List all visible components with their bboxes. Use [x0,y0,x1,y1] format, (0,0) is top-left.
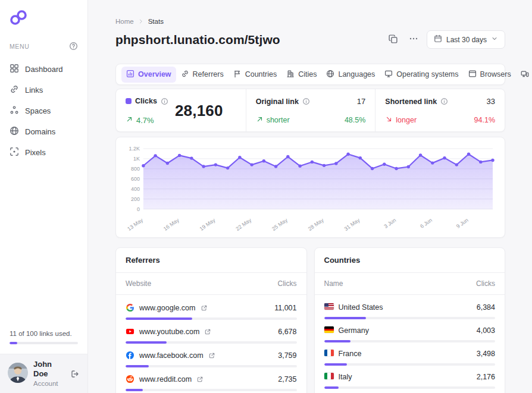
info-icon[interactable] [161,98,168,105]
chain-logo-icon [8,8,29,28]
breadcrumb: Home Stats [115,18,505,25]
svg-text:22 May: 22 May [234,217,252,232]
more-options-button[interactable] [406,32,421,48]
breadcrumb-home[interactable]: Home [115,18,134,25]
table-row: www.google.com11,001 [126,296,297,320]
svg-text:1.2K: 1.2K [129,146,139,152]
spaces-icon [10,105,19,117]
table-row: www.reddit.com2,735 [126,367,297,391]
svg-text:600: 600 [131,176,140,182]
table-row: Great Britain1,705 [324,389,496,393]
row-value: 3,759 [278,351,296,360]
links-usage-meter [10,342,78,344]
flag-it-icon [324,373,334,381]
date-range-button[interactable]: Last 30 days [427,30,505,49]
page-title: phpshort.lunatio.com/5tjwo [115,33,280,47]
sidebar-item-pixels[interactable]: Pixels [5,142,83,163]
svg-text:9 Jun: 9 Jun [455,217,470,229]
flag-icon [233,70,242,80]
clicks-chart-card: 02004006008001K1.2K13 May16 May19 May22 … [115,137,505,238]
svg-text:1K: 1K [133,156,140,162]
sidebar-item-domains[interactable]: Domains [5,121,83,142]
tab-referrers[interactable]: Referrers [176,67,229,83]
logout-icon[interactable] [70,369,80,379]
building-icon [286,70,295,80]
original-link-value: 17 [357,97,365,106]
table-row: Germany4,003 [324,319,496,342]
info-icon[interactable] [440,98,448,105]
clicks-legend-swatch [126,98,132,104]
main-area: Home Stats phpshort.lunatio.com/5tjwo La… [88,0,532,393]
row-value: 4,003 [477,326,495,335]
external-link-icon[interactable] [196,376,204,383]
countries-card: Countries Name Clicks United States6,384… [314,247,506,393]
row-label: Italy [339,373,352,381]
external-link-icon[interactable] [208,352,215,359]
sidebar-item-spaces[interactable]: Spaces [5,100,83,121]
help-icon[interactable] [69,42,78,51]
row-label: United States [339,303,383,312]
original-link-percent: 48.5% [345,116,365,124]
column-header-name: Name [324,279,343,288]
row-value: 6,384 [477,303,495,312]
links-icon [10,84,19,96]
sidebar-item-dashboard[interactable]: Dashboard [5,59,83,80]
svg-text:25 May: 25 May [271,217,289,232]
table-row: Italy2,176 [324,366,496,389]
tab-overview[interactable]: Overview [121,67,176,83]
copy-link-button[interactable] [386,32,400,48]
svg-text:6 Jun: 6 Jun [419,217,433,229]
row-value: 2,176 [477,373,495,381]
window-icon [468,70,477,80]
tab-languages[interactable]: Languages [321,67,380,83]
shortened-link-percent: 94.1% [474,116,495,124]
row-label: France [339,350,362,358]
arrow-up-right-icon [126,115,133,125]
chart-icon [126,70,134,80]
copy-icon [388,34,398,46]
reddit-icon [126,375,134,383]
account-section[interactable]: John Doe Account [0,354,87,393]
external-link-icon[interactable] [201,304,208,312]
svg-text:19 May: 19 May [199,217,217,232]
row-value: 6,678 [278,328,296,336]
row-label: www.google.com [139,304,196,312]
clicks-stat: Clicks 4.7% 28,160 [116,89,246,131]
domains-icon [10,126,19,137]
stats-tabs: OverviewReferrersCountriesCitiesLanguage… [115,64,505,85]
globe-icon [326,70,334,80]
user-name: John Doe [33,360,65,379]
tab-operating-systems[interactable]: Operating systems [380,67,463,83]
breadcrumb-current: Stats [148,18,164,25]
facebook-icon [126,351,134,360]
card-title: Countries [315,248,505,273]
flag-fr-icon [324,350,334,358]
tab-cities[interactable]: Cities [281,67,321,83]
table-row: United States6,384 [324,296,496,319]
external-link-icon[interactable] [204,328,211,335]
svg-text:400: 400 [131,186,140,192]
tab-countries[interactable]: Countries [229,67,282,83]
row-label: Germany [339,326,369,335]
app-logo[interactable] [0,0,87,33]
date-range-label: Last 30 days [446,36,487,44]
link-icon [181,70,189,80]
svg-text:0: 0 [137,206,140,212]
summary-stats: Clicks 4.7% 28,160 Original link [115,89,505,132]
sidebar-item-links[interactable]: Links [5,80,83,100]
info-icon[interactable] [302,98,310,105]
svg-text:31 May: 31 May [343,217,361,232]
google-icon [126,303,134,312]
dashboard-icon [10,64,19,75]
arrow-down-right-icon [385,115,393,125]
links-usage-text: 11 of 100 links used. [10,330,78,337]
row-value: 2,735 [278,375,296,383]
clicks-label: Clicks [135,97,157,105]
tab-browsers[interactable]: Browsers [464,67,516,83]
referrers-card: Referrers Website Clicks www.google.com1… [115,247,307,393]
tab-devices[interactable]: Devices [516,67,532,83]
avatar [8,363,28,385]
flag-de-icon [324,326,334,335]
clicks-area-chart: 02004006008001K1.2K13 May16 May19 May22 … [123,143,497,233]
row-label: www.youtube.com [139,328,199,336]
